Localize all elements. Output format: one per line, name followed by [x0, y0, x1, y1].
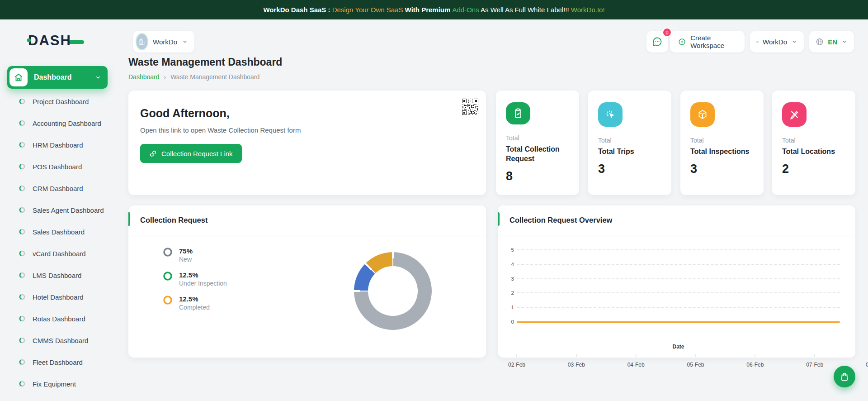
sidebar-menu: Project Dashboard Accounting Dashboard H… [7, 91, 111, 395]
legend-ring-icon [163, 247, 173, 257]
plus-circle-icon [678, 37, 686, 47]
collection-request-card: Collection Request 75% New 12.5% Under I… [128, 205, 486, 358]
store-fab-button[interactable] [834, 366, 855, 387]
shopping-bag-icon [840, 372, 849, 382]
legend-item-completed[interactable]: 12.5% Completed [163, 295, 227, 311]
collection-request-link-label: Collection Request Link [161, 150, 233, 158]
gridline [517, 249, 840, 250]
donut-chart [354, 252, 432, 330]
ring-bullet-icon [19, 381, 25, 387]
gridline-row: 1 [505, 304, 840, 310]
legend-percent: 75% [179, 247, 193, 255]
x-axis-tick [755, 354, 755, 357]
sidebar-item-label: Project Dashboard [33, 98, 89, 105]
stat-value: 2 [782, 162, 845, 176]
ring-bullet-icon [19, 359, 25, 365]
sidebar-item-label: Sales Dashboard [33, 228, 85, 236]
y-axis-tick-label: 4 [505, 262, 514, 267]
sidebar-item[interactable]: LMS Dashboard [7, 264, 111, 286]
y-axis-tick-label: 2 [505, 290, 514, 296]
banner-text-segment: WorkDo.Io! [571, 6, 605, 14]
ring-bullet-icon [19, 98, 25, 105]
breadcrumb-current: Waste Management Dashboard [170, 73, 259, 81]
sidebar-item[interactable]: CRM Dashboard [7, 177, 111, 199]
x-axis-label: 02-Feb [508, 362, 525, 368]
stat-name: Total Collection Request [506, 144, 569, 164]
sidebar-item[interactable]: Hotel Dashboard [7, 286, 111, 308]
breadcrumb-root-link[interactable]: Dashboard [128, 73, 160, 81]
cube-icon [690, 102, 715, 127]
legend-label: Under Inspection [179, 280, 227, 287]
sidebar-item[interactable]: Sales Agent Dashboard [7, 199, 111, 221]
sidebar-item[interactable]: vCard Dashboard [7, 243, 111, 264]
stat-sublabel: Total [782, 137, 845, 144]
banner-text-segment: Design Your Own SaaS [332, 6, 403, 14]
collection-request-overview-card: Collection Request Overview 5 4 3 [498, 205, 855, 358]
create-workspace-button[interactable]: Create Workspace [670, 31, 745, 53]
sidebar-item[interactable]: Rotas Dashboard [7, 308, 111, 329]
clipboard-check-icon [506, 102, 530, 124]
legend-percent: 12.5% [179, 271, 198, 279]
breadcrumb: Dashboard › Waste Management Dashboard [128, 73, 259, 81]
sidebar-item[interactable]: CMMS Dashboard [7, 329, 111, 351]
legend-item-under-inspection[interactable]: 12.5% Under Inspection [163, 271, 227, 287]
language-label: EN [828, 38, 837, 46]
sidebar-item[interactable]: Accounting Dashboard [7, 112, 111, 134]
sidebar-item[interactable]: Fleet Dashboard [7, 351, 111, 373]
stat-card-total-trips: Total Total Trips 3 [588, 91, 671, 195]
ring-bullet-icon [19, 250, 25, 257]
building-icon [137, 37, 147, 47]
sidebar-item-label: CRM Dashboard [33, 185, 83, 192]
stat-name: Total Locations [782, 147, 845, 157]
language-menu[interactable]: EN [809, 31, 854, 53]
x-axis-label: 07-Feb [806, 362, 823, 368]
workspace-name: WorkDo [153, 38, 177, 46]
stat-value: 3 [690, 162, 754, 176]
account-menu-label: WorkDo [763, 38, 787, 46]
sidebar-item[interactable]: Sales Dashboard [7, 221, 111, 243]
messages-button[interactable]: 0 [646, 31, 668, 53]
donut-legend: 75% New 12.5% Under Inspection 12.5% Com… [163, 247, 227, 319]
workspace-switcher[interactable]: WorkDo [133, 31, 194, 53]
x-axis-tick [695, 354, 696, 357]
x-axis-tick [815, 354, 815, 357]
card-header: Collection Request [128, 205, 486, 235]
sidebar-item[interactable]: HRM Dashboard [7, 134, 111, 156]
gridline [517, 264, 840, 265]
x-axis-tick [576, 354, 576, 357]
x-axis-label: 03-Feb [568, 362, 585, 368]
stat-sublabel: Total [506, 134, 569, 142]
collection-request-link-button[interactable]: Collection Request Link [140, 144, 242, 163]
sidebar-item[interactable]: Fix Equipment [7, 373, 111, 395]
app-root: WorkDo Dash SaaS : Design Your Own SaaS … [0, 0, 868, 401]
stat-sublabel: Total [690, 137, 754, 144]
account-menu[interactable]: WorkDo [750, 31, 804, 53]
x-axis-labels: 02-Feb03-Feb04-Feb05-Feb06-Feb07-Feb08-F… [517, 362, 868, 369]
sidebar-item-dashboard-active[interactable]: Dashboard [7, 66, 108, 89]
series-line-collection-request [517, 321, 840, 323]
sidebar-item[interactable]: POS Dashboard [7, 156, 111, 177]
sidebar-item-label: LMS Dashboard [33, 272, 81, 279]
sidebar-active-label: Dashboard [34, 73, 89, 81]
cursor-click-icon [598, 102, 623, 127]
chevron-down-icon [841, 38, 848, 45]
y-axis-tick-label: 1 [505, 305, 514, 310]
app-logo[interactable]: DASH [28, 33, 84, 49]
legend-item-new[interactable]: 75% New [163, 247, 227, 263]
gridline [517, 307, 840, 308]
y-axis-tick-label: 5 [505, 247, 514, 253]
banner-text-segment: Add-Ons [453, 6, 479, 14]
sidebar-item-label: POS Dashboard [33, 163, 82, 171]
ring-bullet-icon [19, 229, 25, 235]
x-axis-tick [517, 354, 517, 357]
sidebar-item[interactable]: Project Dashboard [7, 91, 111, 112]
stat-sublabel: Total [598, 137, 661, 144]
legend-label: New [179, 256, 192, 263]
ring-bullet-icon [19, 272, 25, 278]
sidebar-item-label: Sales Agent Dashboard [33, 206, 104, 214]
ring-bullet-icon [19, 207, 25, 213]
home-icon-box [9, 68, 28, 86]
gridline-row: 4 [505, 261, 840, 267]
chevron-down-icon [95, 74, 101, 81]
y-axis-tick-label: 3 [505, 276, 514, 282]
